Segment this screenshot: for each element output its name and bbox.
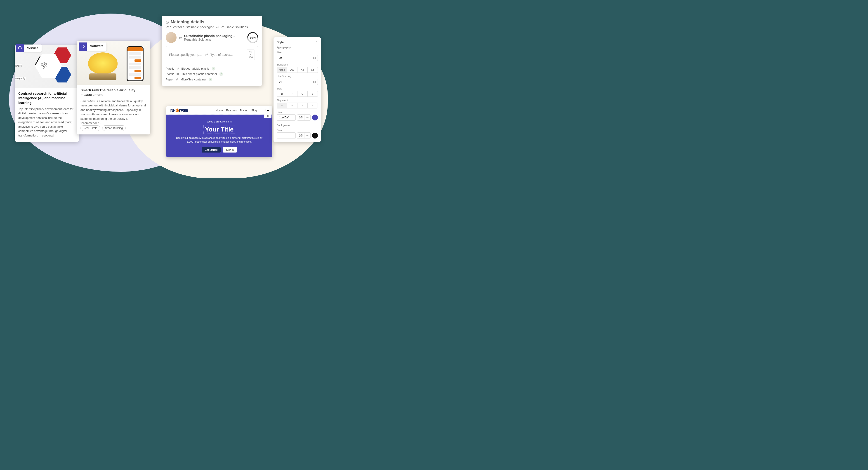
color-label: Color (277, 111, 318, 114)
line-spacing-input[interactable]: px (277, 79, 318, 85)
italic-button[interactable]: I (287, 91, 297, 96)
align-right-button[interactable]: ≡ (297, 103, 307, 108)
matching-card: ◎ Matching details Request for sustainab… (162, 16, 262, 86)
color-opacity-input[interactable]: % (297, 114, 311, 121)
bg-swatch[interactable] (312, 133, 318, 138)
match-sub-left: Request for sustainable packaging (166, 25, 214, 29)
nav-features[interactable]: Features (226, 109, 237, 112)
software-card[interactable]: Software ⋮ SmartrAir® The reliable air q… (77, 41, 150, 134)
hero-title[interactable]: Your Title (204, 125, 235, 134)
bg-color-input[interactable] (277, 132, 296, 139)
score-box: 80 / 100 (247, 50, 255, 60)
nav-login[interactable]: Lo (266, 109, 269, 112)
size-input[interactable]: px (277, 55, 318, 61)
bg-opacity-input[interactable]: % (297, 132, 311, 139)
logo[interactable]: INN⏻LOFT (170, 108, 188, 112)
transform-lower[interactable]: ag (307, 67, 318, 72)
swap-icon: ⇄ (179, 35, 182, 40)
underline-button[interactable]: U (297, 91, 307, 96)
swap-icon: ⇄ (205, 53, 208, 57)
transform-upper[interactable]: AG (287, 67, 297, 72)
size-label: Size (277, 51, 318, 54)
swap-icon: ⇄ (177, 72, 179, 76)
match-line-2: Plastic ⇄ Thin sheet plastic container ✓ (166, 71, 258, 77)
nav-home[interactable]: Home (216, 109, 223, 112)
match-avatar (166, 32, 177, 43)
align-group: ≡ ≡ ≡ ≡ (277, 102, 318, 108)
hero-tag: We're a creative team! (173, 120, 266, 123)
up-indicator[interactable]: ↑ Up (264, 115, 272, 118)
sign-in-button[interactable]: Sign in (223, 147, 237, 153)
check-icon: ✓ (209, 78, 212, 81)
transform-title[interactable]: Ag (297, 67, 307, 72)
panel-title: Style (277, 40, 284, 44)
match-item-company: Reusable Solutions (184, 38, 245, 41)
matching-title: Matching details (170, 20, 204, 24)
software-badge: Software (79, 42, 106, 51)
transform-label: Transform (277, 63, 318, 66)
strike-button[interactable]: S (307, 91, 318, 96)
phone-mockup (127, 46, 144, 81)
software-title: SmartrAir® The reliable air quality meas… (81, 88, 147, 97)
style-group: B I U S (277, 91, 318, 97)
hero-desc: Boost your business with advanced analyt… (173, 136, 266, 144)
code-icon (79, 42, 87, 51)
match-percent-ring: 80% (247, 32, 258, 43)
service-badge: Service (16, 44, 41, 52)
transform-none[interactable]: None (277, 67, 287, 72)
align-center-button[interactable]: ≡ (287, 103, 297, 108)
get-started-button[interactable]: Get Started (202, 147, 221, 153)
color-hex-input[interactable] (277, 114, 296, 121)
align-justify-button[interactable]: ≡ (307, 103, 318, 108)
service-card[interactable]: ⚛ hysics mography Service Contract resea… (15, 45, 79, 142)
match-line-3: Paper ⇄ Microfibre container ✓ (166, 77, 258, 82)
nav-pricing[interactable]: Pricing (240, 109, 248, 112)
headset-icon (16, 44, 24, 52)
tag-real-estate[interactable]: Real Estate (81, 125, 100, 131)
bg-color-label: Color (277, 129, 318, 131)
software-tags: Real Estate Smart Building (77, 125, 150, 134)
match-item-name: Sustainable plastic packaging... (184, 34, 245, 38)
match-sub-right: Reusable Solutions (221, 25, 248, 29)
nav-blog[interactable]: Blog (251, 109, 257, 112)
check-icon: ✓ (219, 72, 223, 76)
align-left-button[interactable]: ≡ (277, 103, 287, 108)
swap-icon: ⇄ (176, 78, 178, 81)
software-desc: SmartrAir® is a reliable and traceable a… (81, 99, 147, 125)
color-swatch[interactable] (312, 115, 318, 120)
swap-icon: ⇄ (216, 25, 219, 29)
more-icon[interactable]: ⋮ (144, 43, 148, 48)
target-icon: ◎ (166, 20, 169, 24)
service-title: Contract research for artificial intelli… (18, 91, 75, 105)
check-icon: ✓ (212, 67, 215, 70)
background-label: Background (277, 124, 318, 127)
specify-box[interactable]: Please specify your pa... ⇄ Type of pack… (166, 46, 258, 63)
builder-header: INN⏻LOFT Home Features Pricing Blog Lo (166, 106, 272, 115)
tag-smart-building[interactable]: Smart Building (102, 125, 126, 131)
transform-group: None AG Ag ag (277, 67, 318, 73)
atom-icon: ⚛ (39, 60, 48, 71)
bold-button[interactable]: B (277, 91, 287, 96)
match-line-1: Plastic ⇄ Biodegradable plastic ✓ (166, 66, 258, 71)
line-spacing-label: Line Spacing (277, 75, 318, 78)
hero-section[interactable]: We're a creative team! Your Title Boost … (166, 115, 272, 157)
service-desc: Top interdisciplinary development team f… (18, 107, 75, 138)
chevron-up-icon[interactable]: ⌃ (315, 40, 318, 44)
align-label: Alignment (277, 99, 318, 102)
style-panel: Style ⌃ Typography Size px Transform Non… (274, 37, 321, 142)
typography-label: Typography (277, 46, 318, 49)
builder-preview: INN⏻LOFT Home Features Pricing Blog Lo ↑… (166, 106, 272, 157)
swap-icon: ⇄ (177, 67, 179, 70)
style-label: Style (277, 87, 318, 90)
